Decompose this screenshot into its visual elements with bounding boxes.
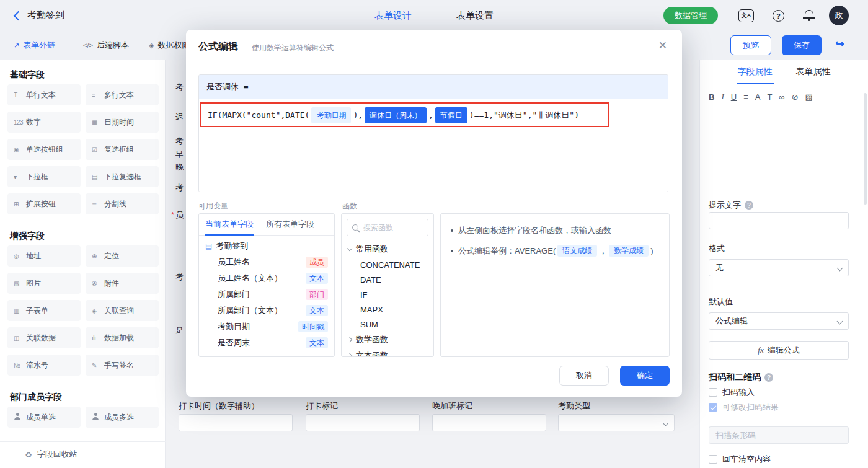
sidebar-item-subform[interactable]: ▥子表单	[7, 300, 81, 321]
sidebar-item-member-single[interactable]: 成员单选	[7, 407, 81, 428]
scan-help-icon[interactable]: ?	[764, 373, 773, 382]
edit-formula-button[interactable]: fx 编辑公式	[709, 341, 849, 360]
sidebar-item-serial-number[interactable]: №流水号	[7, 355, 81, 376]
share-icon[interactable]: ↪	[835, 37, 844, 51]
field-label-attendance-type: 考勤类型	[558, 400, 590, 412]
sidebar-item-number[interactable]: 123数字	[7, 112, 81, 133]
modal-title: 公式编辑	[198, 40, 238, 53]
sidebar-item-radio-group[interactable]: ◉单选按钮组	[7, 139, 81, 160]
tab-current-form-fields[interactable]: 当前表单字段	[199, 214, 260, 235]
sidebar-item-datetime[interactable]: ▦日期时间	[86, 112, 159, 133]
member-single-icon	[14, 413, 26, 422]
formula-input-area[interactable]: IF(MAPX("count",DATE(考勤日期),调休日（周末）,节假日)=…	[199, 99, 668, 192]
translate-icon[interactable]: 文A	[738, 9, 754, 22]
insert-image-icon[interactable]: ▨	[805, 92, 813, 102]
italic-icon[interactable]: I	[721, 92, 724, 102]
default-value-select[interactable]: 公式编辑	[709, 312, 849, 330]
overtime-mark-input[interactable]	[432, 414, 546, 431]
bell-icon[interactable]	[804, 10, 814, 21]
function-group-math[interactable]: 数学函数	[342, 332, 433, 348]
data-permission-link[interactable]: ◈ 数据权限	[149, 40, 190, 51]
function-item[interactable]: CONCATENATE	[342, 257, 433, 272]
help-icon[interactable]: ?	[773, 10, 784, 22]
sidebar-item-linked-query[interactable]: ◈关联查询	[86, 300, 159, 321]
function-search-input[interactable]	[362, 223, 423, 232]
sidebar-item-location[interactable]: ⊕定位	[86, 245, 159, 267]
hint-help-icon[interactable]: ?	[745, 201, 753, 210]
align-icon[interactable]: ≡	[743, 92, 748, 102]
confirm-button[interactable]: 确定	[620, 366, 670, 386]
panel-scrollbar[interactable]	[864, 93, 867, 205]
function-group-common[interactable]: 常用函数	[342, 241, 433, 257]
checkbox-icon[interactable]	[709, 388, 717, 397]
preview-button[interactable]: 预览	[730, 35, 771, 55]
field-pill-attendance-date[interactable]: 考勤日期	[311, 107, 351, 123]
font-color-icon[interactable]: A	[755, 92, 761, 102]
avatar[interactable]: 政	[829, 6, 849, 25]
format-select[interactable]: 无	[709, 259, 849, 276]
checkbox-checked-icon[interactable]	[709, 403, 717, 412]
function-item[interactable]: SUM	[342, 317, 433, 332]
variable-row[interactable]: 所属部门（文本）文本	[199, 302, 334, 319]
extend-button-icon: ⊞	[14, 201, 26, 208]
cancel-button[interactable]: 取消	[559, 366, 609, 386]
tab-form-design[interactable]: 表单设计	[374, 10, 412, 22]
scan-barcode-input[interactable]	[709, 426, 849, 444]
formula-code: IF(MAPX("count",DATE(	[208, 110, 309, 120]
serial-number-icon: №	[14, 362, 26, 369]
function-search-box[interactable]	[347, 219, 428, 236]
punch-mark-input[interactable]	[306, 414, 420, 431]
underline-icon[interactable]: U	[731, 92, 737, 102]
function-group-text[interactable]: 文本函数	[342, 348, 433, 357]
field-label-fragment: 迟	[175, 112, 184, 123]
punch-time-input[interactable]	[179, 414, 293, 431]
properties-panel: 字段属性 表单属性 B I U ≡ A T ∞ ⊘ ▨ 提示文字 ? 格式 无 …	[699, 60, 868, 468]
field-pill-adjusted-restday[interactable]: 调休日（周末）	[365, 107, 427, 123]
backend-script-link[interactable]: </> 后端脚本	[83, 40, 129, 51]
scan-input-checkbox[interactable]: 扫码输入	[709, 387, 755, 398]
sidebar-item-attachment[interactable]: ✇附件	[86, 273, 159, 294]
attendance-type-select[interactable]	[558, 414, 675, 431]
sidebar-item-divider[interactable]: ≣分割线	[86, 193, 159, 214]
sidebar-item-single-text[interactable]: T单行文本	[7, 84, 81, 105]
bold-icon[interactable]: B	[709, 92, 714, 102]
link-icon[interactable]: ∞	[779, 92, 784, 102]
recycle-icon: ♻	[25, 450, 32, 459]
font-size-icon[interactable]: T	[767, 92, 772, 102]
tab-form-settings[interactable]: 表单设置	[456, 10, 494, 22]
tab-form-properties[interactable]: 表单属性	[796, 66, 831, 77]
tab-all-form-fields[interactable]: 所有表单字段	[260, 214, 321, 235]
field-pill-holiday[interactable]: 节假日	[435, 107, 467, 123]
variable-row[interactable]: 员工姓名成员	[199, 254, 334, 270]
sidebar-item-multi-text[interactable]: ≡多行文本	[86, 84, 159, 105]
variable-row[interactable]: 是否周末文本	[199, 335, 334, 351]
data-manage-button[interactable]: 数据管理	[663, 7, 718, 24]
sidebar-item-checkbox-group[interactable]: ☑复选框组	[86, 139, 159, 160]
save-button[interactable]: 保存	[782, 35, 822, 55]
form-node[interactable]: ▤ 考勤签到	[199, 238, 334, 254]
close-icon[interactable]: ✕	[658, 39, 667, 52]
variable-row[interactable]: 考勤日期时间戳	[199, 319, 334, 335]
sidebar-item-address[interactable]: ◎地址	[7, 245, 81, 267]
form-external-link[interactable]: ↗ 表单外链	[14, 40, 55, 51]
modify-scan-result-checkbox[interactable]: 可修改扫码结果	[709, 402, 779, 413]
tab-field-properties[interactable]: 字段属性	[738, 66, 773, 77]
sidebar-item-signature[interactable]: ✎手写签名	[86, 355, 159, 376]
field-recycle-bin[interactable]: ♻ 字段回收站	[25, 449, 78, 460]
sidebar-item-member-multi[interactable]: 成员多选	[86, 407, 159, 428]
hint-text-input[interactable]	[709, 212, 849, 229]
enter-clear-checkbox[interactable]: 回车清空内容	[709, 454, 771, 465]
variable-row[interactable]: 员工姓名（文本）文本	[199, 270, 334, 286]
checkbox-icon[interactable]	[709, 455, 717, 464]
function-item[interactable]: IF	[342, 287, 433, 302]
sidebar-item-linked-data[interactable]: ◫关联数据	[7, 327, 81, 348]
function-item[interactable]: DATE	[342, 272, 433, 287]
variable-row[interactable]: 所属部门部门	[199, 286, 334, 302]
sidebar-item-multi-select-dropdown[interactable]: ▤下拉复选框	[86, 166, 159, 187]
unlink-icon[interactable]: ⊘	[792, 92, 799, 102]
sidebar-item-data-load[interactable]: ılı数据加载	[86, 327, 159, 348]
sidebar-item-extend-button[interactable]: ⊞扩展按钮	[7, 193, 81, 214]
sidebar-item-image[interactable]: ▨图片	[7, 273, 81, 294]
function-item[interactable]: MAPX	[342, 302, 433, 317]
sidebar-item-select[interactable]: ▾下拉框	[7, 166, 81, 187]
